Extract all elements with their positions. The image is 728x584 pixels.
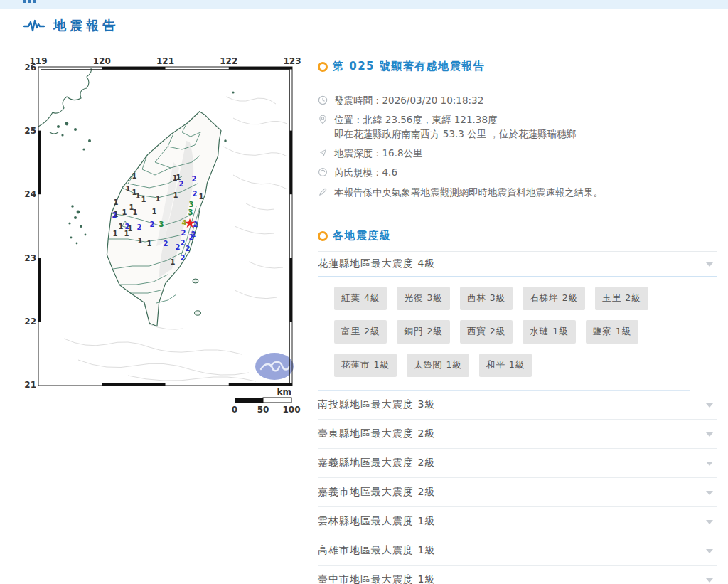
pen-icon <box>318 186 328 198</box>
intensity-marker: 1 <box>133 208 138 216</box>
chevron-down-icon <box>706 578 713 583</box>
svg-text:0: 0 <box>232 405 237 415</box>
report-details: 發震時間：2026/03/20 10:18:32 位置：北緯 23.56度，東經… <box>318 94 717 199</box>
intensity-marker: 2 <box>137 223 142 231</box>
top-band <box>0 0 728 9</box>
depth-row: 地震深度：16.8公里 <box>318 147 717 160</box>
region-row-kaohsiung[interactable]: 高雄市地區最大震度 1級 <box>318 536 717 566</box>
location-row: 位置：北緯 23.56度，東經 121.38度 即在花蓮縣政府南南西方 53.3… <box>318 113 717 141</box>
svg-text:100: 100 <box>282 405 300 415</box>
magnitude-text: 芮氏規模：4.6 <box>334 166 397 179</box>
chevron-down-icon <box>706 432 713 437</box>
svg-text:122: 122 <box>220 56 237 66</box>
intensity-marker: 1 <box>156 195 161 203</box>
region-label: 花蓮縣地區最大震度 4級 <box>318 258 435 270</box>
intensity-marker: 2 <box>181 239 186 247</box>
region-row-yunlin[interactable]: 雲林縣地區最大震度 1級 <box>318 507 717 536</box>
orange-bullet-icon <box>318 62 328 72</box>
intensity-marker: 1 <box>152 208 157 216</box>
region-label: 臺東縣地區最大震度 2級 <box>318 428 435 440</box>
region-row-taitung[interactable]: 臺東縣地區最大震度 2級 <box>318 420 717 449</box>
note-row: 本報告係中央氣象署地震觀測網即時地震資料地震速報之結果。 <box>318 186 717 199</box>
cwa-logo <box>255 353 294 380</box>
chevron-down-icon <box>706 403 713 408</box>
chevron-down-icon <box>706 549 713 553</box>
seismograph-icon <box>23 18 45 33</box>
station-badge: 西寶 2級 <box>460 320 513 344</box>
station-badge: 玉里 2級 <box>595 287 648 310</box>
intensity-marker: 1 <box>173 191 178 199</box>
svg-text:22: 22 <box>24 317 36 326</box>
intensity-marker: 1 <box>136 192 141 200</box>
intensity-marker: 1 <box>199 193 204 201</box>
location-line2: 即在花蓮縣政府南南西方 53.3 公里 ，位於花蓮縣瑞穗鄉 <box>334 127 576 141</box>
station-badge: 光復 3級 <box>397 287 449 310</box>
location-text: 位置：北緯 23.56度，東經 121.38度 即在花蓮縣政府南南西方 53.3… <box>334 113 576 141</box>
intensity-marker: 2 <box>193 190 198 198</box>
intensity-marker: 2 <box>150 221 155 228</box>
svg-text:km: km <box>277 387 291 397</box>
region-label: 高雄市地區最大震度 1級 <box>318 544 435 557</box>
region-row-chiayi-city[interactable]: 嘉義市地區最大震度 2級 <box>318 478 717 507</box>
intensity-marker: 1 <box>122 208 127 216</box>
station-badge: 和平 1級 <box>479 354 532 377</box>
station-badge: 鹽寮 1級 <box>586 320 638 344</box>
orange-bullet-icon <box>318 231 328 241</box>
location-line1: 位置：北緯 23.56度，東經 121.38度 <box>334 113 576 127</box>
region-label: 雲林縣地區最大震度 1級 <box>318 515 435 528</box>
station-badge: 西林 3級 <box>460 287 513 310</box>
magnitude-icon <box>318 166 328 178</box>
region-label: 嘉義市地區最大震度 2級 <box>318 486 435 499</box>
region-label: 臺中市地區最大震度 1級 <box>318 573 435 584</box>
intensity-marker: 2 <box>193 221 198 228</box>
intensity-marker: 1 <box>113 230 118 238</box>
station-badge-list: 紅葉 4級 光復 3級 西林 3級 石梯坪 2級 玉里 2級 富里 2級 銅門 … <box>318 277 690 391</box>
china-coast <box>38 68 91 134</box>
intensity-marker: 3 <box>188 208 193 216</box>
region-row-taichung[interactable]: 臺中市地區最大震度 1級 <box>318 566 717 584</box>
region-label: 南投縣地區最大震度 3級 <box>318 398 435 411</box>
station-badge: 紅葉 4級 <box>334 287 387 310</box>
svg-text:21: 21 <box>24 380 36 390</box>
depth-text: 地震深度：16.8公里 <box>334 147 423 160</box>
intensity-marker: 1 <box>141 196 146 203</box>
intensity-marker: 2 <box>186 245 191 253</box>
intensity-marker: 1 <box>147 240 152 248</box>
location-pin-icon <box>318 114 328 125</box>
intensity-marker: 2 <box>125 223 130 230</box>
chevron-down-icon <box>706 491 713 495</box>
region-row-nantou[interactable]: 南投縣地區最大震度 3級 <box>318 391 717 420</box>
intensity-marker: 2 <box>192 175 197 183</box>
intensity-marker: 1 <box>138 237 143 245</box>
note-text: 本報告係中央氣象署地震觀測網即時地震資料地震速報之結果。 <box>334 186 603 199</box>
intensity-section-title: 各地震度級 <box>333 229 392 243</box>
svg-text:23: 23 <box>24 253 36 263</box>
svg-text:121: 121 <box>156 56 174 66</box>
chevron-down-icon <box>706 520 713 524</box>
svg-text:24: 24 <box>24 189 36 199</box>
magnitude-row: 芮氏規模：4.6 <box>318 166 717 179</box>
earthquake-map: 119 120 121 122 123 26 25 24 23 22 21 11… <box>21 55 306 423</box>
origin-time-text: 發震時間：2026/03/20 10:18:32 <box>334 94 483 107</box>
report-panel: 第 025 號顯著有感地震報告 發震時間：2026/03/20 10:18:32… <box>318 60 717 584</box>
intensity-marker: 2 <box>191 230 196 238</box>
station-badge: 銅門 2級 <box>397 320 449 344</box>
intensity-accordion: 花蓮縣地區最大震度 4級 紅葉 4級 光復 3級 西林 3級 石梯坪 2級 玉里… <box>318 251 717 584</box>
intensity-section-title-row: 各地震度級 <box>318 229 717 243</box>
station-badge: 花蓮市 1級 <box>334 354 397 377</box>
intensity-marker: 3 <box>189 201 194 208</box>
report-title-row: 第 025 號顯著有感地震報告 <box>318 60 717 73</box>
svg-text:25: 25 <box>24 126 36 136</box>
map-scalebar: km 0 50 100 <box>232 387 301 415</box>
intensity-marker: 2 <box>112 211 117 219</box>
station-badge: 太魯閣 1級 <box>407 354 469 377</box>
intensity-marker: 1 <box>119 223 124 230</box>
depth-icon <box>318 147 328 159</box>
intensity-marker: 1 <box>171 258 176 266</box>
intensity-marker: 2 <box>181 254 186 262</box>
region-row-chiayi-county[interactable]: 嘉義縣地區最大震度 2級 <box>318 449 717 478</box>
intensity-marker: 2 <box>181 229 186 237</box>
intensity-marker: 2 <box>179 180 184 188</box>
region-row-hualien[interactable]: 花蓮縣地區最大震度 4級 <box>318 252 717 277</box>
station-badge: 石梯坪 2級 <box>523 287 585 310</box>
